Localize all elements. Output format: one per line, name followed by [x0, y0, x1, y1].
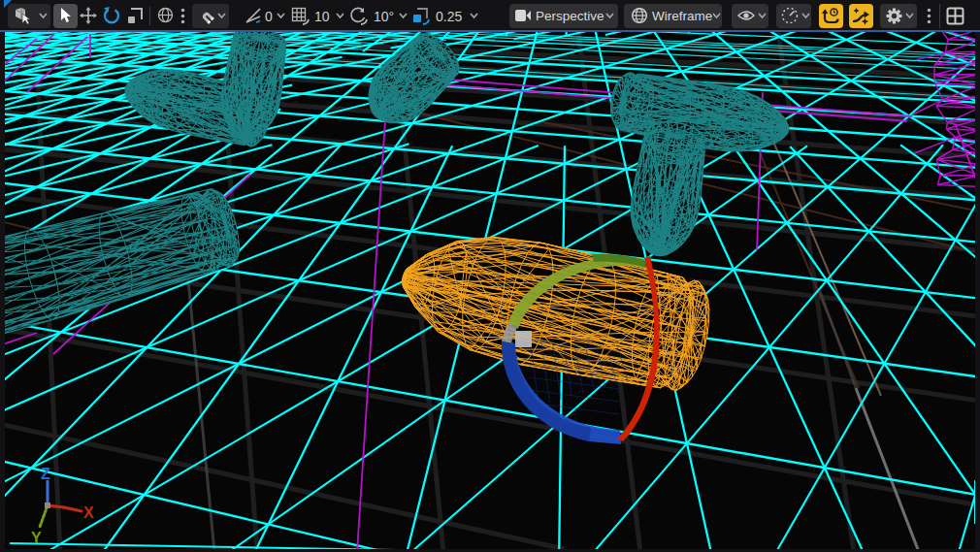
- svg-text:Y: Y: [31, 530, 42, 546]
- svg-text:Z: Z: [41, 466, 50, 482]
- svg-text:X: X: [83, 504, 94, 521]
